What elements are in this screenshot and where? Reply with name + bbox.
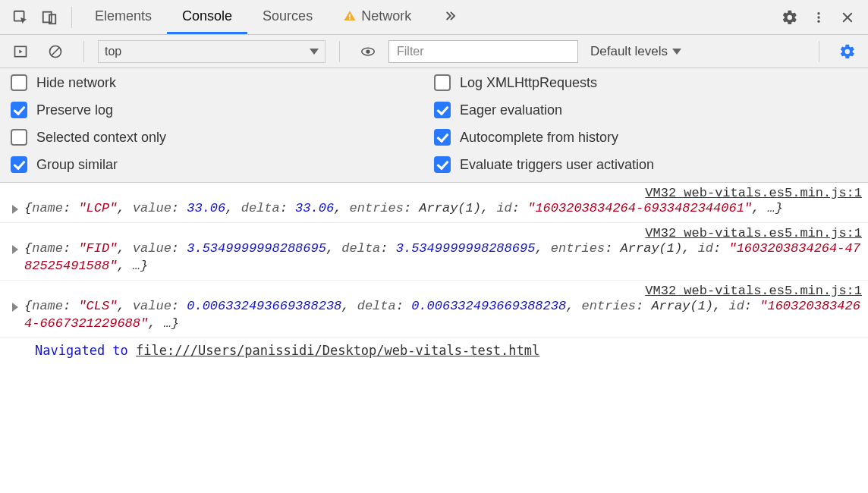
tab-network[interactable]: Network xyxy=(328,0,426,34)
log-source-link[interactable]: VM32 web-vitals.es5.min.js:1 xyxy=(6,186,862,200)
checkbox-autocomplete-history[interactable]: Autocomplete from history xyxy=(434,129,857,146)
checkbox-group-similar[interactable]: Group similar xyxy=(11,156,434,173)
context-select-value: top xyxy=(105,45,121,58)
checkbox-icon xyxy=(11,156,27,173)
console-log-row: VM32 web-vitals.es5.min.js:1{name: "CLS"… xyxy=(0,281,868,338)
checkbox-selected-context[interactable]: Selected context only xyxy=(11,129,434,146)
log-levels-select[interactable]: Default levels xyxy=(590,44,681,59)
live-expression-icon[interactable] xyxy=(357,40,379,63)
tab-elements[interactable]: Elements xyxy=(80,0,167,34)
log-object[interactable]: {name: "LCP", value: 33.06, delta: 33.06… xyxy=(24,200,783,218)
navigation-lead: Navigated to xyxy=(35,343,136,358)
expand-arrow-icon[interactable] xyxy=(12,303,18,312)
console-settings-gear-icon[interactable] xyxy=(836,40,859,63)
checkbox-icon xyxy=(434,156,451,173)
checkbox-label: Group similar xyxy=(36,157,118,173)
svg-point-11 xyxy=(366,49,370,53)
console-log-row: VM32 web-vitals.es5.min.js:1{name: "LCP"… xyxy=(0,183,868,223)
chevron-down-icon xyxy=(310,49,319,55)
console-toolbar: top Default levels xyxy=(0,35,868,68)
devtools-tabs: Elements Console Sources Network xyxy=(80,0,473,34)
checkbox-label: Log XMLHttpRequests xyxy=(460,75,597,91)
chevron-down-icon xyxy=(672,49,681,55)
context-select[interactable]: top xyxy=(98,40,326,63)
checkbox-eager-eval[interactable]: Eager evaluation xyxy=(434,102,857,118)
tab-sources[interactable]: Sources xyxy=(247,0,328,34)
checkbox-label: Preserve log xyxy=(36,102,113,118)
kebab-menu-icon[interactable] xyxy=(807,6,830,29)
svg-rect-1 xyxy=(43,11,52,22)
expand-arrow-icon[interactable] xyxy=(12,205,18,214)
clear-console-icon[interactable] xyxy=(44,40,67,63)
checkbox-preserve-log[interactable]: Preserve log xyxy=(11,102,434,118)
navigation-message: Navigated to file:///Users/panissidi/Des… xyxy=(0,338,868,366)
svg-point-5 xyxy=(817,12,819,14)
divider xyxy=(819,41,819,62)
device-toggle-icon[interactable] xyxy=(38,6,61,29)
log-object[interactable]: {name: "FID", value: 3.5349999998288695,… xyxy=(24,240,862,275)
checkbox-label: Eager evaluation xyxy=(460,102,562,118)
svg-point-6 xyxy=(817,16,819,18)
tab-console[interactable]: Console xyxy=(167,0,247,34)
tabs-overflow[interactable] xyxy=(426,0,473,34)
console-output: VM32 web-vitals.es5.min.js:1{name: "LCP"… xyxy=(0,183,868,366)
log-object[interactable]: {name: "CLS", value: 0.00633249366938823… xyxy=(24,298,862,333)
checkbox-icon xyxy=(11,102,27,118)
checkbox-hide-network[interactable]: Hide network xyxy=(11,74,434,91)
divider xyxy=(71,7,72,28)
checkbox-icon xyxy=(11,74,27,91)
console-log-row: VM32 web-vitals.es5.min.js:1{name: "FID"… xyxy=(0,223,868,281)
checkbox-icon xyxy=(434,74,451,91)
log-source-link[interactable]: VM32 web-vitals.es5.min.js:1 xyxy=(6,226,862,240)
log-levels-label: Default levels xyxy=(590,44,668,59)
checkbox-icon xyxy=(434,129,451,146)
inspect-element-icon[interactable] xyxy=(9,6,32,29)
checkbox-label: Evaluate triggers user activation xyxy=(460,157,654,173)
svg-point-7 xyxy=(817,20,819,22)
settings-gear-icon[interactable] xyxy=(778,6,801,29)
console-settings-panel: Hide network Log XMLHttpRequests Preserv… xyxy=(0,68,868,183)
warning-icon xyxy=(343,9,357,23)
divider xyxy=(339,41,340,62)
tab-network-label: Network xyxy=(361,8,411,24)
checkbox-label: Selected context only xyxy=(36,130,166,146)
checkbox-log-xhr[interactable]: Log XMLHttpRequests xyxy=(434,74,857,91)
svg-rect-4 xyxy=(349,18,351,20)
log-source-link[interactable]: VM32 web-vitals.es5.min.js:1 xyxy=(6,284,862,298)
checkbox-evaluate-triggers[interactable]: Evaluate triggers user activation xyxy=(434,156,857,173)
close-icon[interactable] xyxy=(836,6,859,29)
divider xyxy=(83,41,84,62)
checkbox-icon xyxy=(434,102,451,118)
checkbox-label: Autocomplete from history xyxy=(460,130,618,146)
expand-arrow-icon[interactable] xyxy=(12,245,18,254)
checkbox-icon xyxy=(11,129,27,146)
navigation-url[interactable]: file:///Users/panissidi/Desktop/web-vita… xyxy=(136,343,539,358)
svg-rect-3 xyxy=(349,14,351,18)
sidebar-toggle-icon[interactable] xyxy=(9,40,32,63)
devtools-main-toolbar: Elements Console Sources Network xyxy=(0,0,868,35)
checkbox-label: Hide network xyxy=(36,75,116,91)
filter-input[interactable] xyxy=(388,40,578,63)
